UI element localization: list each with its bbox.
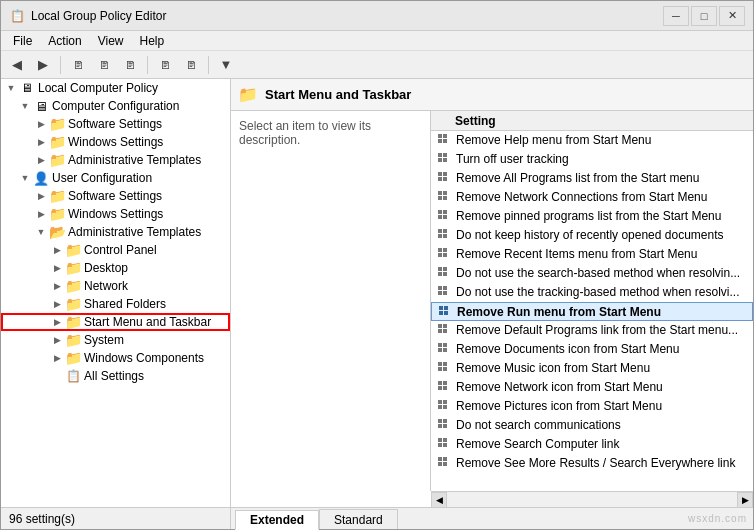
svg-rect-43 (443, 329, 447, 333)
list-item-11[interactable]: Remove Documents icon from Start Menu (431, 340, 753, 359)
policy-icon-8 (435, 284, 453, 300)
tree-item-win-components[interactable]: ▶ 📁 Windows Components (1, 349, 230, 367)
menu-action[interactable]: Action (40, 32, 89, 50)
list-item-text-4: Remove pinned programs list from the Sta… (456, 209, 749, 223)
right-panel: 📁 Start Menu and Taskbar Select an item … (231, 79, 753, 507)
list-item-8[interactable]: Do not use the tracking-based method whe… (431, 283, 753, 302)
svg-rect-11 (443, 177, 447, 181)
toolbar-btn-3[interactable]: 🖹 (118, 54, 142, 76)
tree-item-root[interactable]: ▼ 🖥 Local Computer Policy (1, 79, 230, 97)
folder-icon-network: 📁 (65, 278, 81, 294)
tree-toggle-system: ▶ (49, 335, 65, 345)
folder-icon-shared: 📁 (65, 296, 81, 312)
tree-item-desktop[interactable]: ▶ 📁 Desktop (1, 259, 230, 277)
title-bar-controls: ─ □ ✕ (663, 6, 745, 26)
list-item-6[interactable]: Remove Recent Items menu from Start Menu (431, 245, 753, 264)
svg-rect-24 (438, 248, 442, 252)
tree-item-all-settings[interactable]: ▶ 📋 All Settings (1, 367, 230, 385)
svg-rect-23 (443, 234, 447, 238)
tree-label-allsettings: All Settings (84, 369, 226, 383)
svg-rect-29 (443, 267, 447, 271)
list-item-14[interactable]: Remove Pictures icon from Start Menu (431, 397, 753, 416)
maximize-button[interactable]: □ (691, 6, 717, 26)
list-item-17[interactable]: Remove See More Results / Search Everywh… (431, 454, 753, 473)
toolbar-btn-1[interactable]: 🖹 (66, 54, 90, 76)
horizontal-scrollbar[interactable]: ◀ ▶ (431, 491, 753, 507)
svg-rect-70 (438, 462, 442, 466)
close-button[interactable]: ✕ (719, 6, 745, 26)
list-item-0[interactable]: Remove Help menu from Start Menu (431, 131, 753, 150)
title-bar: 📋 Local Group Policy Editor ─ □ ✕ (1, 1, 753, 31)
list-item-5[interactable]: Do not keep history of recently opened d… (431, 226, 753, 245)
tree-item-computer-config[interactable]: ▼ 🖥 Computer Configuration (1, 97, 230, 115)
svg-rect-38 (439, 311, 443, 315)
list-item-4[interactable]: Remove pinned programs list from the Sta… (431, 207, 753, 226)
bottom-area: 96 setting(s) Extended Standard wsxdn.co… (1, 507, 753, 529)
forward-button[interactable]: ▶ (31, 54, 55, 76)
toolbar-btn-2[interactable]: 🖹 (92, 54, 116, 76)
tree-item-sw-settings-uc[interactable]: ▶ 📁 Software Settings (1, 187, 230, 205)
tab-extended[interactable]: Extended (235, 510, 319, 530)
tree-toggle-sw-cc: ▶ (33, 119, 49, 129)
tree-item-adm-uc[interactable]: ▼ 📂 Administrative Templates (1, 223, 230, 241)
svg-rect-57 (443, 400, 447, 404)
list-item-12[interactable]: Remove Music icon from Start Menu (431, 359, 753, 378)
svg-rect-2 (438, 139, 442, 143)
tree-item-user-config[interactable]: ▼ 👤 User Configuration (1, 169, 230, 187)
list-item-15[interactable]: Do not search communications (431, 416, 753, 435)
filter-button[interactable]: ▼ (214, 54, 238, 76)
list-item-text-14: Remove Pictures icon from Start Menu (456, 399, 749, 413)
folder-icon-wincomp: 📁 (65, 350, 81, 366)
tree-item-win-settings-cc[interactable]: ▶ 📁 Windows Settings (1, 133, 230, 151)
list-item-9[interactable]: Remove Run menu from Start Menu (431, 302, 753, 321)
minimize-button[interactable]: ─ (663, 6, 689, 26)
svg-rect-62 (438, 424, 442, 428)
list-item-text-16: Remove Search Computer link (456, 437, 749, 451)
svg-rect-19 (443, 215, 447, 219)
svg-rect-49 (443, 362, 447, 366)
tree-toggle-win-uc: ▶ (33, 209, 49, 219)
tree-item-control-panel[interactable]: ▶ 📁 Control Panel (1, 241, 230, 259)
list-item-13[interactable]: Remove Network icon from Start Menu (431, 378, 753, 397)
back-button[interactable]: ◀ (5, 54, 29, 76)
svg-rect-47 (443, 348, 447, 352)
tree-item-win-settings-uc[interactable]: ▶ 📁 Windows Settings (1, 205, 230, 223)
list-item-2[interactable]: Remove All Programs list from the Start … (431, 169, 753, 188)
svg-rect-30 (438, 272, 442, 276)
hscroll-left-button[interactable]: ◀ (431, 492, 447, 508)
svg-rect-50 (438, 367, 442, 371)
menu-view[interactable]: View (90, 32, 132, 50)
tree-item-system[interactable]: ▶ 📁 System (1, 331, 230, 349)
svg-rect-9 (443, 172, 447, 176)
svg-rect-51 (443, 367, 447, 371)
list-item-10[interactable]: Remove Default Programs link from the St… (431, 321, 753, 340)
tree-item-network[interactable]: ▶ 📁 Network (1, 277, 230, 295)
policy-icon-13 (435, 379, 453, 395)
svg-rect-39 (444, 311, 448, 315)
list-item-16[interactable]: Remove Search Computer link (431, 435, 753, 454)
menu-help[interactable]: Help (132, 32, 173, 50)
svg-rect-33 (443, 286, 447, 290)
toolbar-btn-5[interactable]: 🖹 (179, 54, 203, 76)
menu-file[interactable]: File (5, 32, 40, 50)
tab-standard[interactable]: Standard (319, 509, 398, 529)
list-item-1[interactable]: Turn off user tracking (431, 150, 753, 169)
list-item-3[interactable]: Remove Network Connections from Start Me… (431, 188, 753, 207)
tree-toggle-adm-uc: ▼ (33, 227, 49, 237)
svg-rect-52 (438, 381, 442, 385)
tree-item-start-menu[interactable]: ▶ 📁 Start Menu and Taskbar (1, 313, 230, 331)
tree-item-sw-settings-cc[interactable]: ▶ 📁 Software Settings (1, 115, 230, 133)
list-panel[interactable]: Setting Remove Help menu from (431, 111, 753, 491)
folder-icon-win-uc: 📁 (49, 206, 65, 222)
folder-icon-cp: 📁 (65, 242, 81, 258)
tree-item-adm-cc[interactable]: ▶ 📁 Administrative Templates (1, 151, 230, 169)
list-item-text-12: Remove Music icon from Start Menu (456, 361, 749, 375)
tree-item-shared-folders[interactable]: ▶ 📁 Shared Folders (1, 295, 230, 313)
hscroll-right-button[interactable]: ▶ (737, 492, 753, 508)
list-item-text-10: Remove Default Programs link from the St… (456, 323, 749, 337)
list-item-7[interactable]: Do not use the search-based method when … (431, 264, 753, 283)
policy-icon-17 (435, 455, 453, 471)
svg-rect-22 (438, 234, 442, 238)
toolbar-btn-4[interactable]: 🖹 (153, 54, 177, 76)
svg-rect-16 (438, 210, 442, 214)
